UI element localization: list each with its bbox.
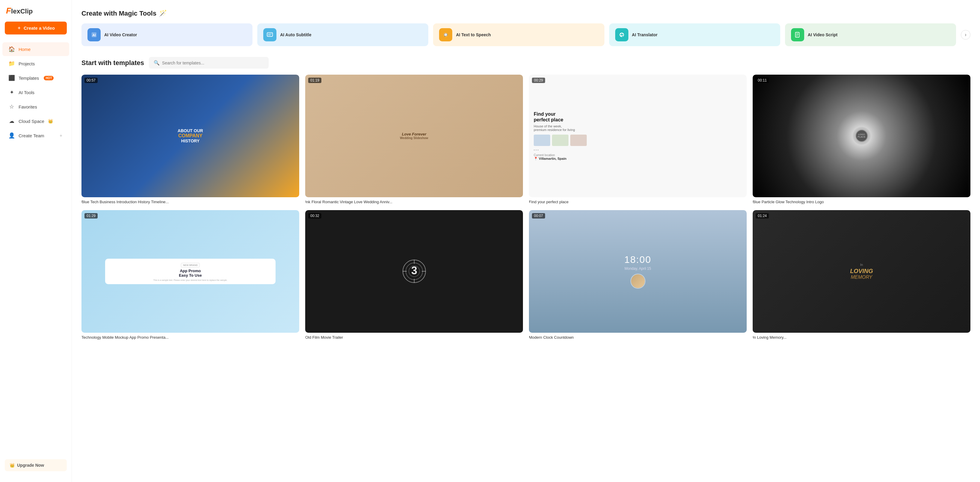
projects-icon: 📁 xyxy=(8,60,15,67)
sidebar-item-cloud-space[interactable]: ☁ Cloud Space 👑 xyxy=(2,114,69,128)
ai-text-to-speech-label: AI Text to Speech xyxy=(456,32,491,37)
template-card-clock[interactable]: 18:00 Monday, April 15 00:07 Modern Cloc… xyxy=(529,210,747,340)
template-card-app-promo[interactable]: NEW BRAND App PromoEasy To Use This is a… xyxy=(81,210,299,340)
create-video-button[interactable]: ＋ Create a Video xyxy=(5,22,67,35)
template-duration-blue-tech: 00:57 xyxy=(84,78,98,83)
template-card-real-estate[interactable]: Find yourperfect place House of the week… xyxy=(529,75,747,204)
svg-text:AI: AI xyxy=(92,33,96,37)
sidebar-item-create-team[interactable]: 👤 Create Team ＋ xyxy=(2,129,69,142)
magic-tools-row: AI AI Video Creator AI Auto Subtitle 💬 A… xyxy=(81,23,970,46)
sidebar-item-home[interactable]: 🏠 Home xyxy=(2,42,69,56)
template-search-input[interactable] xyxy=(162,61,264,65)
template-duration-wedding: 01:19 xyxy=(308,78,321,83)
template-card-particle[interactable]: LOGOPLACE 00:11 Blue Particle Glow Techn… xyxy=(752,75,970,204)
template-thumb-film: 3 00:32 xyxy=(305,210,523,333)
chevron-right-icon: › xyxy=(965,32,966,37)
template-duration-clock: 00:07 xyxy=(532,213,545,219)
template-card-film[interactable]: 3 00:32 Old Film Movie Trailer xyxy=(305,210,523,340)
sidebar-item-favorites[interactable]: ☆ Favorites xyxy=(2,100,69,113)
magic-tools-title: Create with Magic Tools 🪄 xyxy=(81,10,970,18)
hot-badge: HOT xyxy=(44,76,54,80)
templates-label: Templates xyxy=(19,75,39,81)
ai-translator-icon xyxy=(615,28,628,41)
template-card-memorial[interactable]: In LOVING MEMORY 01:24 In Loving Memory.… xyxy=(752,210,970,340)
ai-video-creator-card[interactable]: AI AI Video Creator xyxy=(81,23,253,46)
favorites-label: Favorites xyxy=(19,104,37,109)
ai-text-to-speech-card[interactable]: 💬 AI Text to Speech xyxy=(433,23,604,46)
sidebar-bottom: 👑 Upgrade Now xyxy=(0,455,72,476)
home-icon: 🏠 xyxy=(8,46,15,53)
magic-wand-icon: 🪄 xyxy=(159,10,167,18)
template-title-memorial: In Loving Memory... xyxy=(752,335,970,340)
magic-tools-title-text: Create with Magic Tools xyxy=(81,10,156,18)
template-card-wedding[interactable]: Love Forever Wedding Slideshow 01:19 Ink… xyxy=(305,75,523,204)
ai-video-script-card[interactable]: AI Video Script xyxy=(785,23,956,46)
cloud-icon: ☁ xyxy=(8,118,15,124)
templates-grid: ABOUT OUR COMPANY HISTORY 00:57 Blue Tec… xyxy=(81,75,970,340)
ai-video-creator-label: AI Video Creator xyxy=(104,32,137,37)
template-thumb-app-promo: NEW BRAND App PromoEasy To Use This is a… xyxy=(81,210,299,333)
logo: FlexClip xyxy=(0,6,72,22)
upgrade-button[interactable]: 👑 Upgrade Now xyxy=(5,459,67,471)
template-thumb-particle: LOGOPLACE 00:11 xyxy=(752,75,970,197)
template-thumb-blue-tech: ABOUT OUR COMPANY HISTORY 00:57 xyxy=(81,75,299,197)
templates-header: Start with templates 🔍 xyxy=(81,57,970,69)
team-icon: 👤 xyxy=(8,132,15,139)
template-title-app-promo: Technology Mobile Mockup App Promo Prese… xyxy=(81,335,299,340)
template-duration-real-estate: 00:29 xyxy=(532,78,545,83)
template-thumb-real-estate: Find yourperfect place House of the week… xyxy=(529,75,747,197)
sidebar: FlexClip ＋ Create a Video 🏠 Home 📁 Proje… xyxy=(0,0,72,482)
template-card-blue-tech[interactable]: ABOUT OUR COMPANY HISTORY 00:57 Blue Tec… xyxy=(81,75,299,204)
template-thumb-clock: 18:00 Monday, April 15 00:07 xyxy=(529,210,747,333)
template-title-clock: Modern Clock Countdown xyxy=(529,335,747,340)
ai-translator-label: AI Translator xyxy=(632,32,658,37)
sidebar-item-projects[interactable]: 📁 Projects xyxy=(2,57,69,70)
ai-text-to-speech-icon: 💬 xyxy=(439,28,452,41)
plus-icon: ＋ xyxy=(17,25,21,31)
template-duration-app-promo: 01:29 xyxy=(84,213,98,219)
ai-auto-subtitle-label: AI Auto Subtitle xyxy=(280,32,311,37)
add-team-icon: ＋ xyxy=(59,133,63,139)
template-title-real-estate: Find your perfect place xyxy=(529,200,747,204)
search-icon: 🔍 xyxy=(154,60,160,65)
sidebar-item-ai-tools[interactable]: ✦ AI Tools xyxy=(2,85,69,99)
crown-icon: 👑 xyxy=(48,119,53,123)
template-title-film: Old Film Movie Trailer xyxy=(305,335,523,340)
ai-tools-icon: ✦ xyxy=(8,89,15,96)
favorites-icon: ☆ xyxy=(8,104,15,110)
svg-rect-2 xyxy=(267,33,272,37)
template-duration-memorial: 01:24 xyxy=(756,213,769,219)
templates-section-title: Start with templates xyxy=(81,59,144,67)
ai-translator-card[interactable]: AI Translator xyxy=(609,23,780,46)
home-label: Home xyxy=(19,47,30,52)
ai-tools-label: AI Tools xyxy=(19,90,35,95)
template-duration-particle: 00:11 xyxy=(756,78,769,83)
logo-text: FlexClip xyxy=(6,6,33,16)
svg-text:💬: 💬 xyxy=(444,33,448,37)
template-duration-film: 00:32 xyxy=(308,213,321,219)
ai-video-script-icon xyxy=(791,28,804,41)
templates-icon: ⬛ xyxy=(8,75,15,81)
template-title-particle: Blue Particle Glow Technology Intro Logo xyxy=(752,200,970,204)
ai-video-script-label: AI Video Script xyxy=(808,32,837,37)
scroll-right-button[interactable]: › xyxy=(961,30,970,40)
crown-upgrade-icon: 👑 xyxy=(10,463,15,468)
upgrade-label: Upgrade Now xyxy=(17,463,44,468)
create-button-label: Create a Video xyxy=(24,26,55,30)
ai-auto-subtitle-card[interactable]: AI Auto Subtitle xyxy=(257,23,428,46)
svg-text:3: 3 xyxy=(411,264,417,277)
ai-auto-subtitle-icon xyxy=(263,28,277,41)
ai-video-creator-icon: AI xyxy=(88,28,101,41)
template-thumb-wedding: Love Forever Wedding Slideshow 01:19 xyxy=(305,75,523,197)
template-title-wedding: Ink Floral Romantic Vintage Love Wedding… xyxy=(305,200,523,204)
projects-label: Projects xyxy=(19,61,35,66)
sidebar-item-templates[interactable]: ⬛ Templates HOT xyxy=(2,71,69,85)
template-title-blue-tech: Blue Tech Business Introduction History … xyxy=(81,200,299,204)
template-thumb-memorial: In LOVING MEMORY 01:24 xyxy=(752,210,970,333)
main-content: Create with Magic Tools 🪄 AI AI Video Cr… xyxy=(72,0,980,482)
sidebar-nav: 🏠 Home 📁 Projects ⬛ Templates HOT ✦ AI T… xyxy=(0,41,72,143)
cloud-label: Cloud Space xyxy=(19,119,45,124)
team-label: Create Team xyxy=(19,133,45,138)
template-search-box[interactable]: 🔍 xyxy=(149,57,269,69)
